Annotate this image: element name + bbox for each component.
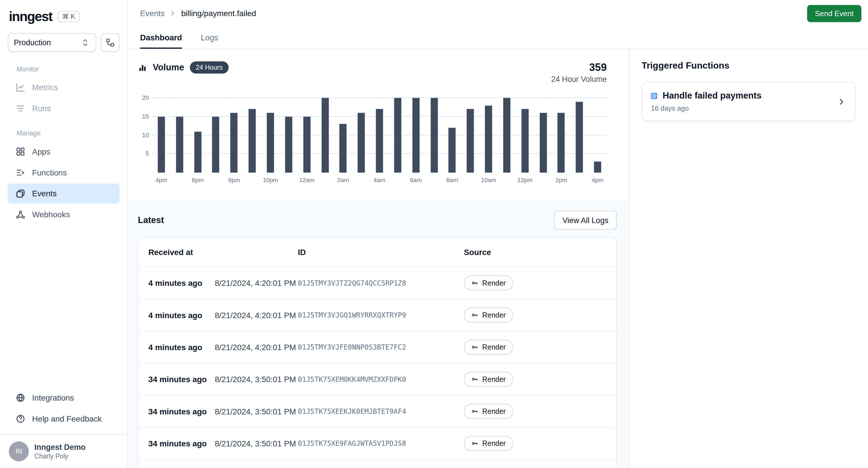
- chart-bar[interactable]: [431, 98, 438, 173]
- source-render-button[interactable]: Render: [464, 340, 513, 355]
- chart-bar[interactable]: [539, 113, 547, 173]
- chart-bar[interactable]: [339, 124, 347, 173]
- x-axis-tick-label: 4pm: [155, 177, 167, 183]
- chart-bar[interactable]: [521, 109, 529, 173]
- sidebar-item-webhooks[interactable]: Webhooks: [8, 205, 120, 225]
- breadcrumb-events[interactable]: Events: [140, 9, 165, 18]
- chart-bar[interactable]: [594, 161, 601, 173]
- x-axis-tick-label: 8pm: [228, 177, 240, 183]
- function-last-triggered: 16 days ago: [651, 105, 836, 112]
- sidebar-item-metrics[interactable]: Metrics: [8, 77, 120, 97]
- volume-title-group: Volume 24 Hours: [138, 61, 229, 73]
- integrations-icon: [16, 393, 26, 403]
- chart-bar[interactable]: [485, 105, 492, 173]
- source-render-button[interactable]: Render: [464, 275, 513, 291]
- command-k-shortcut[interactable]: ⌘ K: [58, 11, 80, 22]
- table-row[interactable]: 44 minutes ago8/21/2024, 3:40:01 PM01J5T…: [138, 459, 616, 468]
- chart-bar[interactable]: [376, 109, 383, 173]
- y-axis-tick-label: 15: [142, 113, 149, 119]
- chart-bar[interactable]: [558, 113, 565, 173]
- triggered-functions-list: Handle failed payments16 days ago: [642, 82, 856, 121]
- chart-bar[interactable]: [394, 98, 401, 173]
- chart-bar[interactable]: [449, 128, 456, 173]
- chart-bar[interactable]: [176, 117, 183, 173]
- sidebar-item-apps[interactable]: Apps: [8, 141, 120, 161]
- user-profile[interactable]: IN Inngest Demo Charly Poly: [0, 434, 127, 468]
- table-row[interactable]: 4 minutes ago8/21/2024, 4:20:01 PM01J5TM…: [138, 331, 616, 363]
- chart-bar[interactable]: [212, 117, 219, 173]
- key-icon: [471, 311, 478, 319]
- sidebar-item-runs[interactable]: Runs: [8, 99, 120, 119]
- sidebar-item-integrations[interactable]: Integrations: [8, 388, 120, 408]
- triggered-functions-title: Triggered Functions: [642, 60, 856, 71]
- chart-bar[interactable]: [249, 109, 256, 173]
- chart-bar[interactable]: [503, 98, 510, 173]
- table-row[interactable]: 34 minutes ago8/21/2024, 3:50:01 PM01J5T…: [138, 395, 616, 427]
- chart-bar[interactable]: [303, 117, 310, 173]
- send-event-button[interactable]: Send Event: [807, 5, 861, 22]
- chart-bar[interactable]: [412, 98, 420, 173]
- chart-bar[interactable]: [285, 117, 292, 173]
- volume-period-badge[interactable]: 24 Hours: [190, 61, 229, 73]
- view-all-logs-button[interactable]: View All Logs: [554, 211, 617, 229]
- chart-bar[interactable]: [576, 102, 583, 173]
- chart-bar-slot: [516, 93, 534, 173]
- sidebar-nav: MonitorMetricsRunsManageAppsFunctionsEve…: [0, 55, 127, 225]
- topbar: Events billing/payment.failed Send Event: [128, 0, 868, 27]
- y-axis-tick-label: 10: [142, 132, 149, 138]
- nav-section-label: Manage: [0, 120, 127, 141]
- sidebar-footer-nav: IntegrationsHelp and Feedback: [0, 388, 127, 434]
- cell-timestamp: 8/21/2024, 4:20:01 PM: [215, 279, 298, 288]
- table-row[interactable]: 34 minutes ago8/21/2024, 3:50:01 PM01J5T…: [138, 427, 616, 459]
- tab-logs[interactable]: Logs: [201, 27, 218, 49]
- volume-section: Volume 24 Hours 359 24 Hour Volume 51015…: [128, 49, 629, 186]
- chart-bar[interactable]: [358, 113, 365, 173]
- table-row[interactable]: 4 minutes ago8/21/2024, 4:20:01 PM01J5TM…: [138, 267, 616, 299]
- source-render-button[interactable]: Render: [464, 372, 513, 387]
- chart-bar[interactable]: [230, 113, 238, 173]
- key-icon: [471, 343, 478, 351]
- apps-icon: [16, 147, 26, 157]
- environment-row: Production: [0, 28, 127, 55]
- cell-event-id: 01J5TMY3VJTZ2QG74QCC5RP1Z8: [298, 279, 464, 287]
- chart-bar[interactable]: [467, 109, 474, 173]
- chart-bar[interactable]: [194, 132, 201, 173]
- sidebar-item-help-and-feedback[interactable]: Help and Feedback: [8, 409, 120, 429]
- x-axis-tick-label: 10am: [481, 177, 496, 183]
- main-column: Volume 24 Hours 359 24 Hour Volume 51015…: [128, 49, 629, 468]
- chart-bar-slot: [479, 93, 498, 173]
- tab-dashboard[interactable]: Dashboard: [140, 27, 182, 49]
- cell-source: Render: [464, 372, 606, 387]
- inngest-logo: inngest: [9, 9, 52, 25]
- breadcrumb: Events billing/payment.failed: [140, 9, 256, 18]
- environment-selector[interactable]: Production: [8, 33, 96, 52]
- chevron-right-icon: [169, 9, 177, 17]
- environment-settings-button[interactable]: [101, 33, 119, 52]
- column-header-received-at: Received at: [148, 248, 215, 257]
- user-name: Inngest Demo: [34, 443, 86, 452]
- source-render-button[interactable]: Render: [464, 404, 513, 419]
- logo-row: inngest ⌘ K: [0, 0, 127, 28]
- source-render-button[interactable]: Render: [464, 436, 513, 451]
- table-row[interactable]: 34 minutes ago8/21/2024, 3:50:01 PM01J5T…: [138, 363, 616, 395]
- page: inngest ⌘ K Production MonitorMetricsRun…: [0, 0, 868, 468]
- main-area: Events billing/payment.failed Send Event…: [128, 0, 868, 468]
- x-axis-tick-label: 6pm: [192, 177, 204, 183]
- cell-timestamp: 8/21/2024, 4:20:01 PM: [215, 343, 298, 352]
- table-row[interactable]: 4 minutes ago8/21/2024, 4:20:01 PM01J5TM…: [138, 299, 616, 331]
- chart-bar[interactable]: [321, 98, 329, 173]
- cell-source: Render: [464, 340, 606, 355]
- chart-bar[interactable]: [158, 117, 165, 173]
- chart-bar[interactable]: [267, 113, 274, 173]
- sidebar-item-events[interactable]: Events: [8, 183, 120, 203]
- chart-bar-slot: [207, 93, 225, 173]
- source-label: Render: [482, 311, 506, 319]
- cell-received-at: 4 minutes ago: [148, 279, 215, 288]
- chart-bar-slot: [316, 93, 334, 173]
- volume-header: Volume 24 Hours 359 24 Hour Volume: [138, 61, 607, 83]
- source-label: Render: [482, 279, 506, 287]
- sidebar-item-functions[interactable]: Functions: [8, 163, 120, 182]
- triggered-function-card[interactable]: Handle failed payments16 days ago: [642, 82, 856, 121]
- source-render-button[interactable]: Render: [464, 307, 513, 323]
- volume-total: 359: [551, 61, 607, 73]
